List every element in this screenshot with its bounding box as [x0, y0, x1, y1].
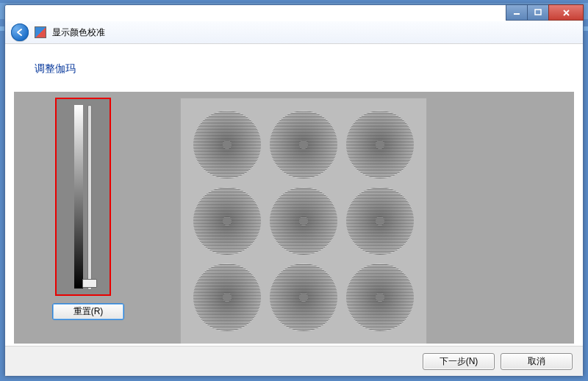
- svg-rect-0: [514, 13, 520, 15]
- wizard-footer: 下一步(N) 取消: [5, 346, 583, 376]
- gamma-panel: 重置(R) 移动滑块，将每个圆圈中间的小圆点的可见性最小化: [14, 92, 574, 344]
- close-button[interactable]: [548, 4, 584, 21]
- next-button[interactable]: 下一步(N): [423, 353, 495, 370]
- gamma-test-pattern: [180, 98, 427, 344]
- wizard-window: 显示颜色校准 调整伽玛 重置(R): [4, 4, 584, 377]
- cancel-button[interactable]: 取消: [501, 353, 573, 370]
- gamma-slider[interactable]: [87, 105, 92, 290]
- content-area: 调整伽玛 重置(R): [14, 49, 574, 344]
- back-button[interactable]: [11, 23, 29, 41]
- reset-button[interactable]: 重置(R): [52, 303, 124, 320]
- window-title: 显示颜色校准: [52, 26, 105, 39]
- minimize-button[interactable]: [506, 4, 528, 21]
- gamma-slider-box: [55, 98, 111, 296]
- svg-rect-1: [535, 10, 541, 15]
- gamma-reference-gradient: [74, 105, 83, 289]
- app-icon: [35, 26, 46, 38]
- wizard-header: 显示颜色校准: [5, 21, 583, 44]
- gamma-slider-thumb[interactable]: [82, 279, 97, 288]
- maximize-button[interactable]: [527, 4, 549, 21]
- window-title-controls: [506, 4, 584, 21]
- page-heading: 调整伽玛: [35, 62, 574, 76]
